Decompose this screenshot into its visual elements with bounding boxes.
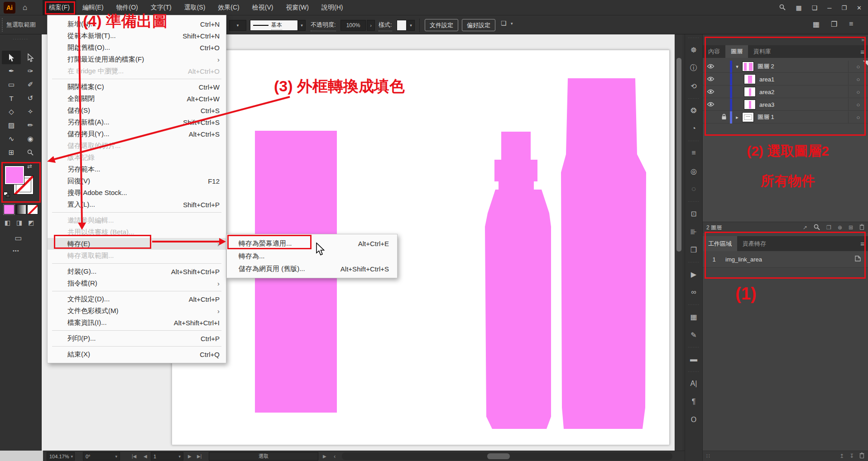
search-icon[interactable]	[779, 4, 786, 12]
file-menu-item[interactable]: 搜尋 Adobe Stock...	[48, 187, 226, 199]
default-colors-icon[interactable]	[4, 192, 11, 198]
opacity-input[interactable]: 100%	[340, 20, 366, 31]
opentype-panel-icon[interactable]: O	[685, 411, 702, 429]
tab-properties[interactable]: 內容	[703, 45, 725, 58]
file-menu-item[interactable]: 置入(L)...Shift+Ctrl+P	[48, 199, 226, 210]
horizontal-scrollbar-thumb[interactable]	[487, 453, 510, 459]
width-tool-icon[interactable]: ∿	[2, 132, 21, 146]
file-menu-item[interactable]: 文件設定(D)...Alt+Ctrl+P	[48, 293, 226, 305]
artboard-tool-icon[interactable]: ⊞	[2, 146, 21, 159]
draw-normal-mode-icon[interactable]: ◧	[5, 219, 10, 226]
menubar-item-file[interactable]: 檔案(F)	[43, 0, 76, 15]
file-menu-item[interactable]: 新增(N)...Ctrl+N	[48, 18, 226, 30]
layer-name[interactable]: area3	[759, 101, 848, 108]
file-menu-item[interactable]: 回復(V)F12	[48, 175, 226, 187]
file-menu-item[interactable]: 從範本新增(T)...Shift+Ctrl+N	[48, 30, 226, 42]
tab-artboards[interactable]: 工作區域	[703, 236, 737, 251]
layer-thumbnail[interactable]	[742, 62, 754, 71]
file-menu-item[interactable]: 全部關閉Alt+Ctrl+W	[48, 93, 226, 105]
file-menu-item[interactable]: 在 Bridge 中瀏覽...Alt+Ctrl+O	[48, 65, 226, 77]
file-menu-item[interactable]: 邀請參與編輯...	[48, 214, 226, 226]
file-menu-item[interactable]: 打開最近使用過的檔案(F)›	[48, 53, 226, 65]
delete-layer-icon[interactable]	[859, 224, 864, 231]
artboards-panel-icon[interactable]: ▦	[685, 308, 702, 326]
preferences-button[interactable]: 偏好設定	[462, 19, 495, 31]
next-artboard-icon[interactable]: ▶	[188, 452, 192, 461]
layer-name[interactable]: 圖層 2	[758, 62, 848, 71]
layer-row[interactable]: area2○	[703, 86, 868, 98]
minimize-button[interactable]: ─	[827, 5, 831, 11]
shaper-tool-icon[interactable]: ✧	[21, 105, 40, 119]
first-artboard-icon[interactable]: |◀	[132, 452, 136, 461]
file-menu-item[interactable]: 轉存(E)›	[48, 238, 226, 250]
chevron-down-icon[interactable]: ▾	[732, 64, 742, 70]
style-swatch[interactable]	[397, 20, 407, 31]
opacity-mask-icon[interactable]: ◌	[685, 180, 702, 198]
paragraph-panel-icon[interactable]: ¶	[685, 393, 702, 411]
file-menu-item[interactable]: 儲存(S)Ctrl+S	[48, 105, 226, 116]
home-icon[interactable]: ⌂	[23, 2, 27, 14]
zoom-level-select[interactable]: 104.17%▾	[47, 452, 75, 461]
swatches-panel-icon[interactable]: ❂	[685, 101, 702, 119]
file-menu-item[interactable]: 檔案資訊(I)...Alt+Shift+Ctrl+I	[48, 317, 226, 328]
eye-icon[interactable]	[703, 101, 718, 108]
eye-icon[interactable]	[703, 76, 718, 83]
menubar-item-edit[interactable]: 編輯(E)	[76, 0, 110, 15]
info-panel-icon[interactable]: ⓘ	[685, 59, 702, 77]
artboard-number-select[interactable]: 1▾	[151, 452, 183, 461]
tab-asset-export[interactable]: 資產轉存	[737, 236, 772, 251]
type-tool-icon[interactable]: T	[2, 91, 21, 105]
workspace-layout-icon[interactable]: ❏	[812, 4, 818, 11]
curvature-tool-icon[interactable]: ✑	[21, 64, 40, 78]
file-menu-item[interactable]: 共用以供審核 (Beta)...	[48, 226, 226, 238]
opacity-label[interactable]: 不透明度:	[311, 19, 336, 31]
file-menu-item[interactable]: 封裝(G)...Alt+Shift+Ctrl+P	[48, 266, 226, 277]
clipping-mask-icon[interactable]: ❐	[826, 224, 831, 231]
vertical-scrollbar[interactable]	[675, 34, 682, 451]
properties-wheel-icon[interactable]: ☸	[685, 41, 702, 59]
document-setup-button[interactable]: 文件設定	[425, 19, 458, 31]
eyedropper-tool-icon[interactable]: ✏	[21, 119, 40, 132]
draw-behind-mode-icon[interactable]: ◨	[16, 219, 22, 226]
move-down-icon[interactable]: ↧	[849, 453, 854, 459]
arrange-icon[interactable]: ▦	[813, 20, 820, 29]
color-fill-button[interactable]	[4, 204, 14, 214]
layer-name[interactable]: area1	[759, 76, 848, 83]
menubar-item-help[interactable]: 說明(H)	[315, 0, 349, 15]
pathfinder-panel-icon[interactable]: ❒	[685, 241, 702, 259]
eye-icon[interactable]	[703, 63, 718, 70]
file-menu-item[interactable]: 儲存選取的切片...	[48, 140, 226, 152]
layer-row[interactable]: ▸圖層 1○	[703, 111, 868, 124]
opacity-stepper[interactable]: ›	[367, 20, 375, 31]
last-artboard-icon[interactable]: ▶|	[197, 452, 201, 461]
zoom-tool-icon[interactable]	[21, 146, 40, 159]
draw-inside-mode-icon[interactable]: ◩	[28, 219, 34, 226]
file-menu-item[interactable]: 轉存選取範圍...	[48, 250, 226, 261]
hidden-dropdown[interactable]: ▾	[229, 20, 246, 31]
stroke-profile-select[interactable]: 基本	[250, 20, 298, 31]
style-chevron[interactable]: ▾	[407, 20, 415, 31]
color-guide-icon[interactable]: ◔	[685, 119, 702, 138]
style-label[interactable]: 樣式:	[379, 19, 392, 31]
pen-tool-icon[interactable]: ✒	[2, 64, 21, 78]
file-menu-item[interactable]: 列印(P)...Ctrl+P	[48, 333, 226, 344]
arrange-documents-icon[interactable]: ▦	[796, 4, 801, 11]
new-layer-icon[interactable]: ⊞	[849, 224, 853, 231]
artboard-row-name[interactable]: img_link_area	[725, 256, 847, 263]
panels-icon[interactable]: ❐	[831, 20, 837, 29]
fill-color-swatch[interactable]	[5, 166, 24, 185]
align-chevron[interactable]: ▾	[511, 21, 513, 26]
version-history-icon[interactable]: ⟲	[685, 77, 702, 95]
stroke-profile-value[interactable]: 基本	[271, 21, 282, 30]
file-menu-item[interactable]: 另存新檔(A)...Shift+Ctrl+S	[48, 116, 226, 128]
screen-mode-icon[interactable]: ▭	[14, 233, 22, 243]
file-menu-item[interactable]: 版本記錄	[48, 152, 226, 163]
layer-row[interactable]: area3○	[703, 99, 868, 111]
file-menu-item[interactable]: 結束(X)Ctrl+Q	[48, 348, 226, 360]
layer-name[interactable]: area2	[759, 89, 848, 95]
transparency-panel-icon[interactable]: ◎	[685, 162, 702, 180]
shape-area2[interactable]	[485, 132, 551, 429]
target-circle-icon[interactable]: ○	[848, 86, 868, 98]
search-icon[interactable]	[814, 224, 820, 232]
restore-button[interactable]: ❐	[841, 5, 847, 11]
